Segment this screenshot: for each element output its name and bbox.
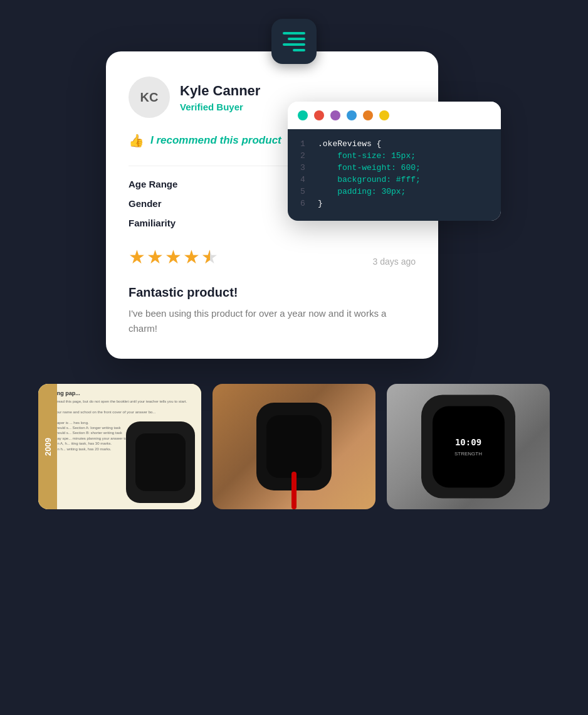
page-wrapper: KC Kyle Canner Verified Buyer 👍 I recomm… [13, 19, 575, 509]
code-popup-header [288, 102, 501, 129]
year-strip: 2009 [38, 384, 57, 509]
thumbs-up-icon: 👍 [129, 133, 144, 148]
logo-container [271, 19, 317, 64]
code-popup: 1 .okeReviews { 2 font-size: 15px; 3 fon… [288, 102, 501, 221]
code-line-4: 4 background: #fff; [300, 175, 488, 184]
logo-line-1 [283, 32, 305, 34]
close-watch-face: 10:09 STRENGTH [433, 406, 505, 487]
dot-yellow [379, 110, 389, 120]
code-block: 1 .okeReviews { 2 font-size: 15px; 3 fon… [288, 129, 501, 221]
review-date: 3 days ago [373, 257, 416, 267]
dot-green [298, 110, 308, 120]
dot-purple [330, 110, 340, 120]
watch-face [135, 433, 186, 491]
star-4: ★ [183, 246, 200, 268]
year-text: 2009 [43, 438, 53, 456]
reviewer-name: Kyle Canner [180, 83, 260, 99]
logo-icon [283, 32, 305, 51]
logo-line-2 [288, 38, 305, 40]
stars-row: ★ ★ ★ ★ ★ [129, 246, 218, 268]
code-line-1: 1 .okeReviews { [300, 139, 488, 149]
review-body: I've been using this product for over a … [129, 306, 416, 336]
review-title: Fantastic product! [129, 285, 416, 300]
stars-date-row: ★ ★ ★ ★ ★ 3 days ago [129, 246, 416, 277]
code-line-3: 3 font-weight: 600; [300, 163, 488, 172]
star-1: ★ [129, 246, 145, 268]
thumbnail-3: 10:09 STRENGTH [387, 384, 550, 509]
avatar: KC [129, 77, 170, 118]
star-3: ★ [165, 246, 182, 268]
star-5-half: ★ [201, 246, 218, 268]
dot-blue [347, 110, 357, 120]
card-area: KC Kyle Canner Verified Buyer 👍 I recomm… [106, 51, 482, 378]
code-line-2: 2 font-size: 15px; [300, 151, 488, 161]
code-line-6: 6 } [300, 199, 488, 208]
dot-orange [363, 110, 373, 120]
logo-box [271, 19, 317, 64]
thumbnail-1: Writing pap... Please read this page, bu… [38, 384, 201, 509]
watch-band-red [291, 472, 297, 509]
watch-overlay [126, 421, 195, 503]
logo-line-4 [293, 49, 305, 51]
star-2: ★ [147, 246, 164, 268]
thumbnail-2 [213, 384, 375, 509]
thumbnails-row: Writing pap... Please read this page, bu… [38, 384, 550, 509]
logo-line-3 [283, 43, 305, 46]
close-watch-body: 10:09 STRENGTH [421, 395, 515, 499]
wrist-watch-face [266, 415, 322, 478]
dot-red [314, 110, 324, 120]
verified-badge: Verified Buyer [180, 102, 260, 112]
recommend-text: I recommend this product [150, 134, 281, 147]
watch-brand: STRENGTH [454, 451, 482, 457]
code-line-5: 5 padding: 30px; [300, 187, 488, 196]
reviewer-info: Kyle Canner Verified Buyer [180, 83, 260, 112]
watch-time: 10:09 [455, 437, 481, 447]
